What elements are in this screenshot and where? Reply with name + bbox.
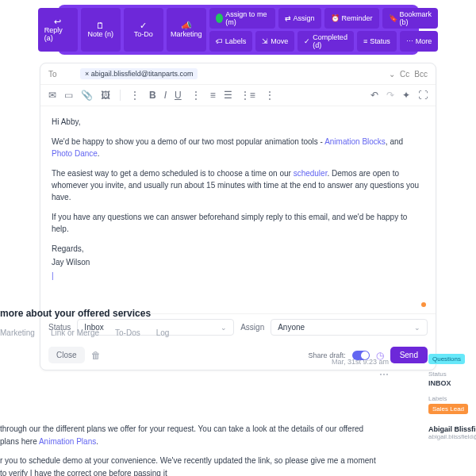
completed-button[interactable]: ✓Completed (d) [298, 31, 354, 52]
body-p3: If you have any questions we can answer … [52, 211, 424, 235]
note-button[interactable]: 🗒Note (n) [81, 8, 121, 52]
tab-todos[interactable]: To-Dos [115, 328, 140, 337]
message-timestamp: Mar, 31st 9:23 am [0, 358, 476, 366]
body-p2: The easiest way to get a demo scheduled … [52, 167, 424, 203]
side-status-value: INBOX [428, 379, 476, 387]
labels-button[interactable]: 🏷Labels [209, 31, 253, 52]
side-labels-label: Labels [428, 395, 476, 402]
todo-button[interactable]: ✓To-Do [124, 8, 163, 52]
signature: Jay Wilson [52, 256, 424, 268]
separator [120, 90, 121, 101]
reply-icon: ↩ [54, 17, 61, 26]
marketing-button[interactable]: 📣Marketing [167, 8, 206, 52]
top-action-bar: ↩Reply (a) 🗒Note (n) ✓To-Do 📣Marketing A… [58, 5, 419, 55]
cursor [52, 270, 424, 282]
bookmark-icon: 🔖 [389, 14, 397, 22]
tag-icon: 🏷 [216, 37, 223, 45]
greeting: Hi Abby, [52, 116, 424, 128]
more-text-icon[interactable]: ⋮ [191, 90, 201, 100]
recipient-chip[interactable]: × abigail.blissfield@titanparts.com [80, 68, 198, 79]
more-button[interactable]: ⋯More [400, 31, 439, 52]
list-number-icon[interactable]: ⋮≡ [240, 90, 255, 100]
topbar-row-main: ↩Reply (a) 🗒Note (n) ✓To-Do 📣Marketing A… [63, 8, 414, 52]
tab-link-merge[interactable]: Link or Merge [51, 328, 99, 337]
bold-icon[interactable]: B [149, 90, 156, 100]
note-icon: 🗒 [96, 21, 105, 30]
body-p1: We'd be happy to show you a demo of our … [52, 136, 424, 159]
animation-plans-link[interactable]: Animation Plans [39, 437, 96, 446]
book-icon[interactable]: ▭ [64, 90, 73, 100]
list-bullet-icon[interactable]: ☰ [224, 90, 232, 100]
reply-button[interactable]: ↩Reply (a) [38, 8, 78, 52]
underline-icon[interactable]: U [175, 90, 182, 100]
italic-icon[interactable]: I [164, 90, 167, 100]
thread-area: more about your offered services Marketi… [0, 308, 476, 476]
assign-to-me-button[interactable]: Assign to me (m) [209, 8, 275, 29]
assign-icon: ⇄ [285, 14, 291, 22]
questions-tag[interactable]: Questions [428, 354, 465, 364]
move-button[interactable]: ⇲Move [255, 31, 294, 52]
mail-icon[interactable]: ✉ [48, 90, 56, 100]
recipients-row: To × abigail.blissfield@titanparts.com ⌄… [40, 63, 436, 85]
assign-button[interactable]: ⇄Assign [278, 8, 321, 29]
message-menu-icon[interactable]: ⋯ [0, 369, 476, 380]
to-label: To [48, 70, 72, 79]
contact-email: abigail.blissfield@ [428, 433, 476, 440]
regards: Regards, [52, 243, 424, 255]
more-icon: ⋯ [406, 37, 413, 45]
tab-log[interactable]: Log [156, 328, 170, 337]
bookmark-button[interactable]: 🔖Bookmark (b) [382, 8, 439, 29]
bcc-button[interactable]: Bcc [414, 70, 428, 79]
redo-icon[interactable]: ↷ [386, 90, 394, 100]
expand-icon[interactable]: ⛶ [418, 90, 428, 100]
reminder-button[interactable]: ⏰Reminder [324, 8, 379, 29]
format-toolbar: ✉ ▭ 📎 🖼 ⋮ B I U ⋮ ≡ ☰ ⋮≡ ⋮ ↶ ↷ ✦ ⛶ [40, 85, 436, 106]
message-body: through our the different plans we offer… [0, 380, 476, 476]
scheduler-link[interactable]: scheduler [294, 169, 328, 178]
status-button[interactable]: ≡Status [357, 31, 397, 52]
check-icon: ✓ [304, 37, 310, 45]
megaphone-icon: 📣 [181, 21, 192, 30]
more-align-icon[interactable]: ⋮ [265, 90, 274, 100]
expand-recipients-icon[interactable]: ⌄ [389, 70, 395, 79]
email-body-editor[interactable]: Hi Abby, We'd be happy to show you a dem… [40, 106, 436, 313]
avatar-icon [216, 13, 224, 23]
attach-icon[interactable]: 📎 [81, 90, 93, 100]
status-icon: ≡ [363, 37, 367, 45]
move-icon: ⇲ [262, 37, 268, 45]
undo-icon[interactable]: ↶ [370, 90, 378, 100]
image-icon[interactable]: 🖼 [101, 90, 110, 100]
animation-blocks-link[interactable]: Animation Blocks [324, 137, 386, 146]
thread-subject: more about your offered services [0, 308, 476, 319]
thread-sidebar: Questions Status INBOX Labels Sales Lead… [428, 354, 476, 440]
photo-dance-link[interactable]: Photo Dance [52, 149, 98, 158]
sparkle-icon[interactable]: ✦ [402, 90, 410, 100]
more-format-icon[interactable]: ⋮ [130, 90, 140, 100]
contact-name[interactable]: Abigail Blissfie [428, 425, 476, 433]
check-icon: ✓ [140, 21, 147, 30]
tab-marketing[interactable]: Marketing [0, 328, 35, 337]
thread-tabs: Marketing Link or Merge To-Dos Log [0, 328, 476, 337]
clock-icon: ⏰ [331, 14, 340, 22]
side-status-label: Status [428, 370, 476, 378]
cc-button[interactable]: Cc [400, 70, 409, 79]
align-left-icon[interactable]: ≡ [210, 90, 216, 100]
sales-lead-tag[interactable]: Sales Lead [428, 404, 468, 414]
unsaved-indicator [421, 302, 426, 307]
